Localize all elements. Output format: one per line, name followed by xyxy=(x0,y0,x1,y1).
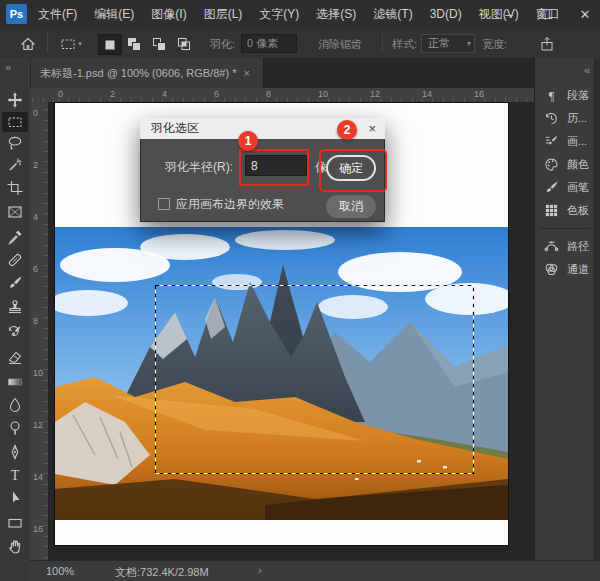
panel-item-label: 路径 xyxy=(567,239,589,254)
menu-item-3[interactable]: 图层(L) xyxy=(204,6,243,23)
panel-divider xyxy=(539,228,591,229)
menu-item-4[interactable]: 文字(Y) xyxy=(259,6,299,23)
panel-collapse-icon[interactable]: « xyxy=(584,64,589,76)
panel-item-label: 画笔 xyxy=(567,180,589,195)
menu-item-6[interactable]: 滤镜(T) xyxy=(373,6,412,23)
h-ruler-tick: 8 xyxy=(266,89,271,99)
photoshop-logo-icon: Ps xyxy=(6,4,27,24)
ok-button[interactable]: 确定 xyxy=(326,155,376,181)
horizontal-ruler[interactable]: 0246810121416 xyxy=(30,88,534,103)
feather-radius-label: 羽化半径(R): xyxy=(165,159,233,176)
panel-item-label: 通道 xyxy=(567,262,589,277)
tab-close-icon[interactable]: × xyxy=(243,67,249,79)
path-selection-tool-icon[interactable] xyxy=(2,488,28,508)
anti-alias-label[interactable]: 消除锯齿 xyxy=(318,37,362,52)
dialog-title: 羽化选区 xyxy=(151,120,199,137)
panel-item-brush-settings[interactable]: 画... xyxy=(535,130,595,153)
canvas-bounds-label: 应用画布边界的效果 xyxy=(176,196,284,213)
crop-tool-icon[interactable] xyxy=(2,178,28,198)
v-ruler-tick: 4 xyxy=(33,212,38,222)
hand-tool-icon[interactable] xyxy=(2,537,28,557)
rectangular-marquee-icon[interactable]: ▾ xyxy=(56,34,86,53)
close-button[interactable]: ✕ xyxy=(578,7,592,22)
h-ruler-tick: 4 xyxy=(162,89,167,99)
vertical-ruler[interactable]: 0246810121416 xyxy=(30,102,49,560)
menu-item-5[interactable]: 选择(S) xyxy=(316,6,356,23)
brush-settings-icon xyxy=(543,133,560,150)
window-controls: – ☐ ✕ xyxy=(502,0,592,28)
v-ruler-tick: 16 xyxy=(33,524,43,534)
document-info: 文档:732.4K/2.98M xyxy=(115,565,209,580)
eyedropper-tool-icon[interactable] xyxy=(2,227,28,247)
pen-tool-icon[interactable] xyxy=(2,442,28,462)
toolbar-expand-icon[interactable]: » xyxy=(5,61,10,73)
gradient-tool-icon[interactable] xyxy=(2,372,28,392)
rectangular-marquee-tool-icon[interactable] xyxy=(2,112,28,132)
history-brush-tool-icon[interactable] xyxy=(2,322,28,342)
dialog-close-icon[interactable]: × xyxy=(368,121,376,136)
blur-tool-icon[interactable] xyxy=(2,395,28,415)
tools-panel: » T xyxy=(0,58,31,581)
document-title: 未标题-1.psd @ 100% (0606, RGB/8#) * xyxy=(40,66,236,81)
subtract-selection-icon[interactable] xyxy=(148,34,170,53)
lasso-tool-icon[interactable] xyxy=(2,133,28,153)
move-tool-icon[interactable] xyxy=(2,90,28,110)
separator xyxy=(47,33,48,53)
v-ruler-tick: 10 xyxy=(33,368,43,378)
status-bar: 100% 文档:732.4K/2.98M › xyxy=(30,560,600,581)
panel-item-brushes[interactable]: 画笔 xyxy=(535,176,595,199)
panel-item-paragraph[interactable]: ¶段落 xyxy=(535,84,595,107)
panel-item-paths[interactable]: 路径 xyxy=(535,235,595,258)
menu-item-2[interactable]: 图像(I) xyxy=(151,6,186,23)
svg-text:T: T xyxy=(11,468,20,483)
v-ruler-tick: 12 xyxy=(33,420,43,430)
brushes-icon xyxy=(543,179,560,196)
zoom-level[interactable]: 100% xyxy=(46,565,74,577)
new-selection-icon[interactable] xyxy=(98,34,122,55)
panel-item-color[interactable]: 颜色 xyxy=(535,153,595,176)
shape-tool-icon[interactable] xyxy=(2,513,28,533)
panel-item-channels[interactable]: 通道 xyxy=(535,258,595,281)
document-tab[interactable]: 未标题-1.psd @ 100% (0606, RGB/8#) * × xyxy=(30,58,264,88)
quick-selection-tool-icon[interactable] xyxy=(2,155,28,175)
menu-item-7[interactable]: 3D(D) xyxy=(430,7,462,21)
panel-item-label: 历... xyxy=(567,111,587,126)
document-tab-bar: 未标题-1.psd @ 100% (0606, RGB/8#) * × xyxy=(30,58,534,88)
dodge-tool-icon[interactable] xyxy=(2,418,28,438)
type-tool-icon[interactable]: T xyxy=(2,465,28,485)
minimize-button[interactable]: – xyxy=(502,7,516,22)
panel-edge-strip xyxy=(594,58,600,560)
feather-radius-input[interactable] xyxy=(245,155,307,176)
panel-item-swatches[interactable]: 色板 xyxy=(535,199,595,222)
history-icon xyxy=(543,110,560,127)
style-select[interactable]: 正常 ▾ xyxy=(421,34,475,53)
frame-tool-icon[interactable] xyxy=(2,202,28,222)
feather-value-field[interactable]: 0 像素 xyxy=(241,34,297,53)
status-chevron-icon[interactable]: › xyxy=(258,564,262,576)
paths-icon xyxy=(543,238,560,255)
panel-item-history[interactable]: 历... xyxy=(535,107,595,130)
brush-tool-icon[interactable] xyxy=(2,273,28,293)
menu-item-0[interactable]: 文件(F) xyxy=(38,6,77,23)
healing-brush-tool-icon[interactable] xyxy=(2,250,28,270)
clone-stamp-tool-icon[interactable] xyxy=(2,297,28,317)
v-ruler-tick: 6 xyxy=(33,264,38,274)
annotation-badge-1: 1 xyxy=(238,131,258,151)
h-ruler-tick: 16 xyxy=(474,89,484,99)
menu-item-1[interactable]: 编辑(E) xyxy=(94,6,134,23)
intersect-selection-icon[interactable] xyxy=(173,34,195,53)
home-icon[interactable] xyxy=(17,34,39,53)
cancel-button[interactable]: 取消 xyxy=(326,195,376,218)
add-selection-icon[interactable] xyxy=(123,34,145,53)
share-icon[interactable] xyxy=(536,34,558,53)
feather-label: 羽化: xyxy=(210,37,235,52)
h-ruler-tick: 14 xyxy=(422,89,432,99)
canvas-bounds-checkbox[interactable] xyxy=(158,198,170,210)
maximize-button[interactable]: ☐ xyxy=(540,7,554,22)
v-ruler-tick: 8 xyxy=(33,316,38,326)
v-ruler-tick: 2 xyxy=(33,160,38,170)
color-icon xyxy=(543,156,560,173)
eraser-tool-icon[interactable] xyxy=(2,347,28,367)
chevron-down-icon: ▾ xyxy=(78,40,82,48)
panel-dock: « ¶段落历...画...颜色画笔色板路径通道 xyxy=(534,58,595,560)
